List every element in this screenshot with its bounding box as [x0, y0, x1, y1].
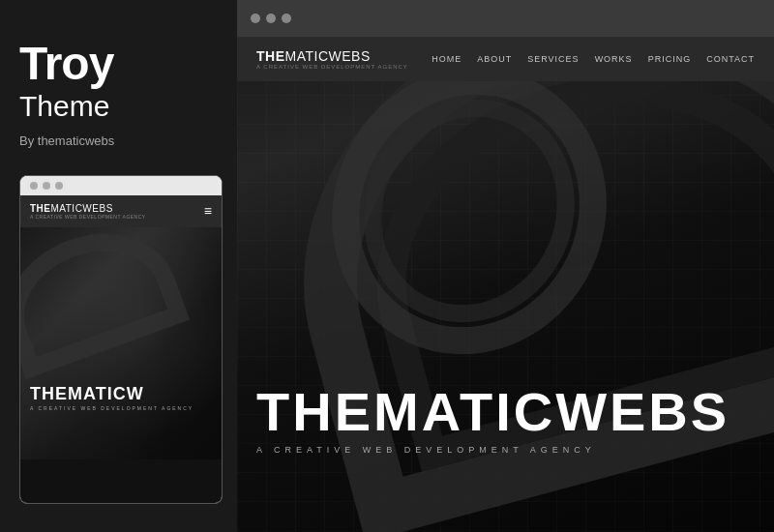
nav-link-works[interactable]: WORKS: [595, 54, 633, 64]
left-panel: Troy Theme By thematicwebs THEMATICWEBS …: [0, 0, 237, 532]
nav-link-about[interactable]: ABOUT: [477, 54, 512, 64]
desktop-preview: THEMATICWEBS A CREATIVE WEB DEVELOPMENT …: [237, 37, 774, 532]
nav-link-services[interactable]: SERVICES: [527, 54, 579, 64]
right-panel: THEMATICWEBS A CREATIVE WEB DEVELOPMENT …: [237, 0, 774, 532]
mobile-nav: THEMATICWEBS A CREATIVE WEB DEVELOPMENT …: [20, 195, 222, 227]
desktop-hero-subheading: A CREATIVE WEB DEVELOPMENT AGENCY: [256, 445, 729, 455]
mobile-browser-bar: [20, 176, 222, 195]
nav-link-home[interactable]: HOME: [432, 54, 461, 64]
desktop-dot-2: [266, 14, 276, 23]
mobile-hero-text: THEMATICW A CREATIVE WEB DEVELOPMENT AGE…: [30, 385, 194, 411]
desktop-hero-text: THEMATICWEBS A CREATIVE WEB DEVELOPMENT …: [256, 385, 729, 455]
mobile-preview: THEMATICWEBS A CREATIVE WEB DEVELOPMENT …: [19, 175, 223, 504]
mobile-content: THEMATICW A CREATIVE WEB DEVELOPMENT AGE…: [20, 227, 222, 503]
theme-title-line1: Troy: [19, 39, 218, 90]
theme-title-line2: Theme: [19, 90, 218, 122]
desktop-logo-text: THEMATICWEBS A CREATIVE WEB DEVELOPMENT …: [256, 48, 408, 70]
mobile-logo-text: THEMATICWEBS A CREATIVE WEB DEVELOPMENT …: [30, 203, 146, 220]
theme-author: By thematicwebs: [19, 133, 218, 148]
mobile-dot-1: [30, 182, 38, 190]
mobile-dot-2: [43, 182, 50, 190]
mobile-logo: THEMATICWEBS A CREATIVE WEB DEVELOPMENT …: [30, 203, 146, 220]
nav-link-contact[interactable]: CONTACT: [706, 54, 755, 64]
mobile-dot-3: [55, 182, 63, 190]
nav-link-pricing[interactable]: PRICING: [648, 54, 692, 64]
mobile-hero-bg: THEMATICW A CREATIVE WEB DEVELOPMENT AGE…: [20, 227, 222, 459]
desktop-dot-3: [282, 14, 291, 23]
desktop-logo: THEMATICWEBS A CREATIVE WEB DEVELOPMENT …: [256, 48, 408, 70]
desktop-nav-links: HOME ABOUT SERVICES WORKS PRICING CONTAC…: [432, 54, 755, 64]
desktop-nav: THEMATICWEBS A CREATIVE WEB DEVELOPMENT …: [237, 37, 774, 81]
desktop-hero-bg: [237, 37, 774, 532]
desktop-hero-heading: THEMATICWEBS: [256, 385, 729, 439]
desktop-dot-1: [251, 14, 260, 23]
hamburger-icon[interactable]: ≡: [204, 203, 212, 219]
handlebar-mobile-icon: [20, 227, 190, 379]
mobile-hero-heading: THEMATICW: [30, 385, 194, 402]
desktop-browser-bar: [237, 0, 774, 37]
mobile-hero-subheading: A CREATIVE WEB DEVELOPMENT AGENCY: [30, 405, 194, 411]
